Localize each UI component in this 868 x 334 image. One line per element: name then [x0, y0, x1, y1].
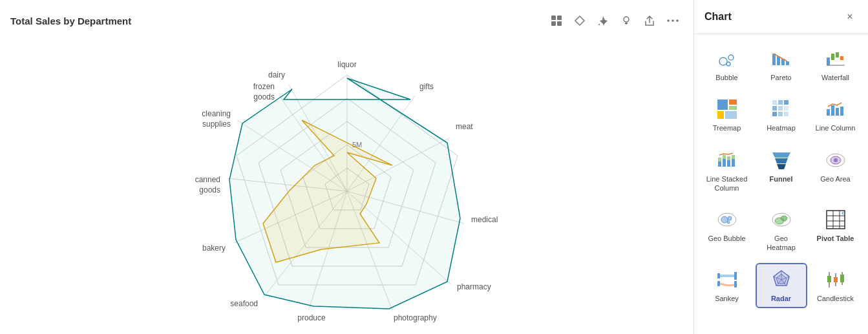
funnel-icon	[770, 149, 793, 172]
svg-rect-65	[727, 160, 730, 167]
more-button[interactable]	[662, 10, 683, 31]
svg-rect-57	[827, 109, 830, 116]
svg-rect-55	[778, 112, 783, 116]
line-column-icon	[824, 98, 847, 121]
svg-marker-70	[775, 158, 788, 163]
chart-type-sankey[interactable]: Sankey	[701, 263, 753, 308]
svg-point-7	[667, 19, 670, 22]
svg-point-32	[728, 55, 734, 60]
svg-rect-2	[551, 21, 556, 26]
grid-button[interactable]	[546, 10, 567, 31]
svg-rect-53	[784, 106, 789, 110]
geo-bubble-label: Geo Bubble	[708, 234, 745, 243]
chart-type-line-stacked-column[interactable]: Line Stacked Column	[701, 143, 753, 198]
sankey-icon	[715, 268, 739, 291]
svg-point-78	[727, 221, 730, 224]
label-seafood: seafood	[230, 299, 258, 308]
chart-type-treemap[interactable]: Treemap	[701, 92, 753, 138]
svg-rect-3	[557, 21, 562, 26]
panel-header: Chart ×	[694, 0, 868, 34]
svg-marker-69	[772, 152, 790, 158]
svg-rect-88	[717, 273, 720, 278]
svg-rect-39	[831, 54, 834, 60]
svg-point-5	[624, 17, 629, 22]
geo-area-label: Geo Area	[820, 174, 850, 183]
svg-rect-0	[551, 16, 556, 20]
pareto-label: Pareto	[770, 73, 791, 82]
chart-type-waterfall[interactable]: Waterfall	[810, 42, 862, 87]
svg-point-74	[834, 158, 838, 162]
close-button[interactable]: ×	[842, 9, 858, 25]
svg-rect-68	[732, 155, 735, 159]
svg-rect-100	[827, 276, 831, 282]
chart-title: Total Sales by Department	[10, 16, 131, 26]
funnel-label: Funnel	[769, 174, 792, 183]
header: Total Sales by Department	[10, 10, 683, 31]
svg-point-76	[721, 216, 728, 223]
chart-type-geo-heatmap[interactable]: Geo Heatmap	[756, 203, 807, 258]
svg-line-4	[598, 24, 600, 25]
line-stacked-column-icon	[715, 149, 739, 172]
radar-icon	[770, 268, 793, 291]
svg-marker-71	[777, 164, 786, 169]
waterfall-icon	[824, 47, 847, 70]
svg-rect-45	[729, 106, 737, 110]
pin-button[interactable]	[593, 10, 613, 31]
label-liquor: liquor	[337, 60, 356, 69]
label-dairy: dairy	[268, 70, 284, 79]
svg-point-81	[781, 216, 787, 221]
pareto-icon	[770, 47, 793, 70]
svg-rect-90	[734, 272, 737, 280]
lightbulb-button[interactable]	[616, 10, 637, 31]
chart-type-candlestick[interactable]: Candlestick	[810, 263, 862, 308]
line-stacked-column-label: Line Stacked Column	[705, 174, 749, 193]
svg-rect-47	[725, 111, 737, 119]
panel-title: Chart	[704, 11, 732, 23]
label-bakery: bakery	[202, 244, 225, 253]
bubble-icon	[715, 47, 739, 70]
svg-rect-37	[786, 61, 789, 65]
chart-type-pareto[interactable]: Pareto	[756, 42, 807, 87]
chart-type-radar[interactable]: Radar	[756, 263, 807, 308]
label-photography: photography	[394, 313, 437, 322]
chart-type-line-column[interactable]: Line Column	[810, 92, 862, 138]
share-button[interactable]	[639, 10, 660, 31]
label-canned-goods: canned	[195, 175, 220, 184]
svg-rect-64	[723, 155, 726, 159]
pivot-table-label: Pivot Table	[817, 234, 854, 243]
side-panel: Chart × Bubble	[693, 0, 868, 334]
svg-point-9	[676, 19, 679, 22]
svg-point-31	[719, 57, 727, 65]
svg-rect-44	[729, 99, 737, 105]
chart-type-heatmap[interactable]: Heatmap	[756, 92, 807, 138]
svg-rect-48	[772, 100, 777, 105]
geo-heatmap-icon	[770, 208, 793, 231]
chart-type-geo-bubble[interactable]: Geo Bubble	[701, 203, 753, 258]
svg-rect-59	[836, 108, 839, 116]
svg-rect-41	[840, 56, 843, 60]
radar-chart: 5M liquor meat medical pharmacy photogra…	[114, 36, 580, 333]
label-frozen-goods: frozen	[253, 82, 274, 91]
svg-point-77	[728, 216, 732, 220]
svg-rect-91	[734, 281, 737, 287]
svg-rect-40	[836, 52, 839, 57]
chart-type-funnel[interactable]: Funnel	[756, 143, 807, 198]
radar-label: Radar	[771, 294, 791, 303]
treemap-label: Treemap	[713, 123, 741, 132]
geo-bubble-icon	[715, 208, 739, 231]
svg-rect-58	[831, 105, 834, 116]
sankey-label: Sankey	[715, 294, 739, 303]
chart-type-geo-area[interactable]: Geo Area	[810, 143, 862, 198]
chart-type-bubble[interactable]: Bubble	[701, 42, 753, 87]
pivot-table-icon	[824, 208, 847, 231]
svg-rect-34	[772, 54, 776, 65]
heatmap-icon	[770, 98, 793, 121]
svg-rect-49	[778, 100, 783, 105]
svg-point-33	[726, 62, 730, 66]
label-frozen-goods-2: goods	[253, 92, 275, 101]
chart-container: 5M liquor meat medical pharmacy photogra…	[10, 36, 683, 333]
diamond-button[interactable]	[569, 10, 590, 31]
svg-rect-67	[732, 159, 735, 167]
chart-type-pivot-table[interactable]: Pivot Table	[810, 203, 862, 258]
candlestick-icon	[824, 268, 847, 291]
